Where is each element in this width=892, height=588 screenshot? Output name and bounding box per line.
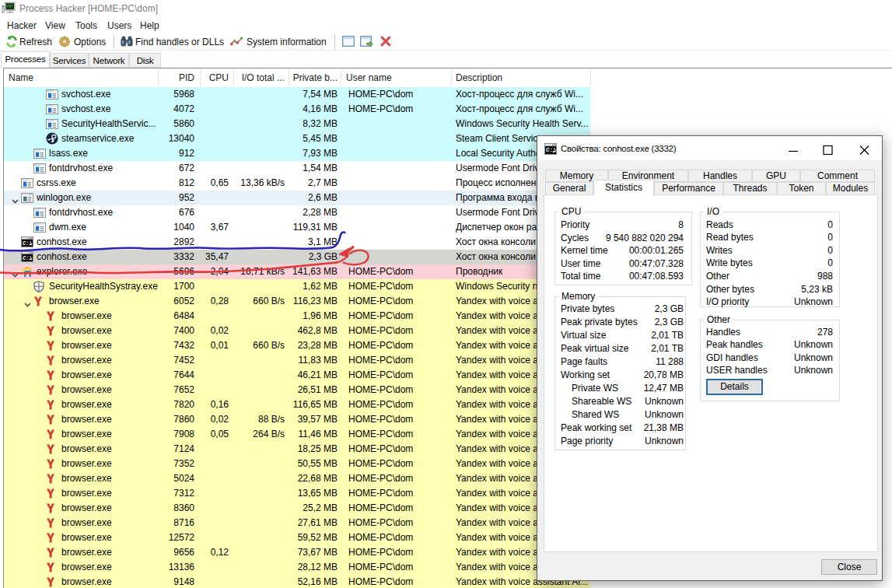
svg-text:C:\: C:\ bbox=[546, 147, 557, 153]
